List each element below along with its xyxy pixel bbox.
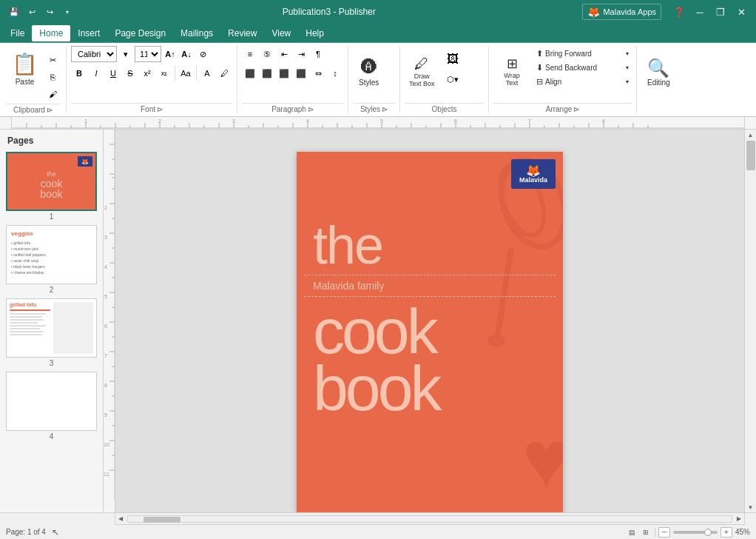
help-button[interactable]: ❓ — [670, 3, 688, 21]
scroll-track[interactable] — [746, 140, 756, 502]
align-center-btn[interactable]: ⬛ — [259, 65, 275, 81]
page-thumb-3[interactable]: grilled tofu — [6, 298, 97, 369]
editing-button[interactable]: 🔍 Editing — [641, 46, 676, 98]
show-formatting-btn[interactable]: ¶ — [310, 46, 326, 62]
wrap-text-icon: ⊞ — [507, 57, 518, 70]
menu-help[interactable]: Help — [298, 25, 331, 41]
clipboard-expand-icon[interactable]: ⊳ — [47, 106, 53, 114]
scroll-down-button[interactable]: ▼ — [746, 502, 756, 512]
thumb2-title: veggies — [11, 230, 92, 237]
underline-button[interactable]: U — [105, 65, 121, 81]
paste-button[interactable]: 📋 Paste — [6, 49, 44, 89]
menu-view[interactable]: View — [264, 25, 298, 41]
menu-insert[interactable]: Insert — [70, 25, 107, 41]
bold-button[interactable]: B — [71, 65, 87, 81]
clear-format-btn[interactable]: ⊘ — [195, 46, 210, 62]
strikethrough-button[interactable]: S — [122, 65, 138, 81]
ribbon-group-font: Calibri ▾ 11 A↑ A↓ ⊘ B I U S x² x₂ Aa — [67, 46, 237, 113]
page-thumb-2[interactable]: veggies • grilled tofu • mushroom plov •… — [6, 225, 97, 295]
svg-text:10: 10 — [104, 442, 109, 447]
malavida-logo-badge: 🦊 Malavida — [511, 159, 556, 189]
ribbon: 📋 Paste ✂ ⎘ 🖌 Clipboard ⊳ Calibri ▾ 11 — [0, 43, 756, 117]
subscript-button[interactable]: x₂ — [156, 65, 172, 81]
paragraph-group-label: Paragraph ⊳ — [242, 103, 343, 113]
align-justify-btn[interactable]: ⬛ — [293, 65, 309, 81]
canvas-area[interactable]: ♥ 🦊 Malavida the Malavida family cook bo… — [115, 130, 744, 512]
zoom-slider[interactable] — [673, 531, 718, 534]
send-backward-icon: ⬇ — [536, 63, 543, 73]
zoom-thumb[interactable] — [704, 529, 712, 536]
customize-quick-access-icon[interactable]: ▾ — [59, 4, 75, 20]
paragraph-expand-icon[interactable]: ⊳ — [308, 105, 314, 113]
scroll-left-button[interactable]: ◀ — [115, 513, 126, 523]
font-expand-icon[interactable]: ⊳ — [157, 105, 163, 113]
horizontal-scroll-thumb[interactable] — [144, 517, 180, 523]
thumb3-title: grilled tofu — [10, 302, 50, 307]
draw-text-box-button[interactable]: 🖊 DrawText Box — [405, 46, 439, 98]
align-left-btn[interactable]: ⬛ — [242, 65, 258, 81]
increase-indent-btn[interactable]: ⇥ — [293, 46, 309, 62]
font-dropdown-btn[interactable]: ▾ — [118, 46, 133, 62]
menu-page-design[interactable]: Page Design — [107, 25, 173, 41]
bring-forward-dropdown[interactable]: ▾ — [626, 50, 629, 57]
scroll-up-button[interactable]: ▲ — [746, 130, 756, 140]
scroll-thumb[interactable] — [746, 141, 755, 170]
menu-file[interactable]: File — [3, 25, 32, 41]
scroll-right-button[interactable]: ▶ — [734, 513, 744, 523]
bring-forward-button[interactable]: ⬆ Bring Forward ▾ — [533, 47, 632, 60]
numbered-list-btn[interactable]: ⑤ — [259, 46, 275, 62]
menu-mailings[interactable]: Mailings — [173, 25, 220, 41]
save-icon[interactable]: 💾 — [6, 4, 22, 20]
decrease-font-btn[interactable]: A↓ — [179, 46, 194, 62]
horizontal-scroll-track[interactable] — [127, 515, 732, 523]
zoom-in-button[interactable]: + — [720, 527, 732, 538]
page-thumb-4[interactable]: 4 — [6, 372, 97, 442]
shapes-button[interactable]: ⬡▾ — [442, 71, 463, 87]
styles-expand-icon[interactable]: ⊳ — [382, 105, 388, 113]
two-page-view-button[interactable]: ⊞ — [640, 527, 652, 538]
change-case-button[interactable]: Aa — [178, 65, 194, 81]
bullet-list-btn[interactable]: ≡ — [242, 46, 258, 62]
wrap-text-button[interactable]: ⊞ WrapText — [493, 46, 530, 98]
zoom-out-button[interactable]: ─ — [658, 527, 670, 538]
undo-icon[interactable]: ↩ — [24, 4, 40, 20]
arrange-expand-icon[interactable]: ⊳ — [573, 105, 579, 113]
copy-button[interactable]: ⎘ — [45, 69, 60, 85]
menu-home[interactable]: Home — [32, 25, 70, 41]
styles-button[interactable]: 🅐 Styles — [353, 46, 385, 98]
clipboard-content: 📋 Paste ✂ ⎘ 🖌 — [6, 49, 60, 102]
thumb3-image-area — [53, 302, 94, 354]
align-button[interactable]: ⊟ Align ▾ — [533, 76, 632, 88]
align-row: ⬛ ⬛ ⬛ ⬛ ⇔ ↕ — [242, 65, 343, 81]
increase-font-btn[interactable]: A↑ — [163, 46, 178, 62]
send-backward-dropdown[interactable]: ▾ — [626, 64, 629, 71]
text-direction-btn[interactable]: ⇔ — [310, 65, 326, 81]
close-button[interactable]: ✕ — [732, 3, 750, 21]
normal-view-button[interactable]: ▤ — [627, 527, 638, 538]
cut-button[interactable]: ✂ — [45, 52, 60, 68]
ribbon-group-editing: 🔍 Editing x — [637, 46, 689, 113]
menu-review[interactable]: Review — [220, 25, 264, 41]
text-highlight-btn[interactable]: 🖊 — [216, 65, 232, 81]
font-size-select[interactable]: 11 — [135, 46, 161, 62]
format-painter-button[interactable]: 🖌 — [45, 86, 60, 102]
align-dropdown[interactable]: ▾ — [626, 78, 629, 85]
redo-icon[interactable]: ↪ — [41, 4, 58, 20]
font-color-btn[interactable]: A — [199, 65, 215, 81]
italic-button[interactable]: I — [88, 65, 104, 81]
minimize-button[interactable]: ─ — [691, 3, 709, 21]
restore-button[interactable]: ❐ — [712, 3, 729, 21]
editing-content: 🔍 Editing — [641, 46, 684, 100]
decrease-indent-btn[interactable]: ⇤ — [276, 46, 292, 62]
scrollbar-corner-right — [744, 513, 756, 525]
bring-forward-icon: ⬆ — [536, 49, 543, 58]
line-spacing-btn[interactable]: ↕ — [327, 65, 343, 81]
svg-text:7: 7 — [104, 353, 107, 358]
font-family-select[interactable]: Calibri — [71, 46, 117, 62]
pictures-button[interactable]: 🖼 — [442, 49, 463, 70]
page-thumb-1[interactable]: 🦊 the cook book 1 — [6, 152, 97, 222]
svg-text:2: 2 — [104, 205, 107, 210]
align-right-btn[interactable]: ⬛ — [276, 65, 292, 81]
superscript-button[interactable]: x² — [139, 65, 155, 81]
send-backward-button[interactable]: ⬇ Send Backward ▾ — [533, 61, 632, 74]
